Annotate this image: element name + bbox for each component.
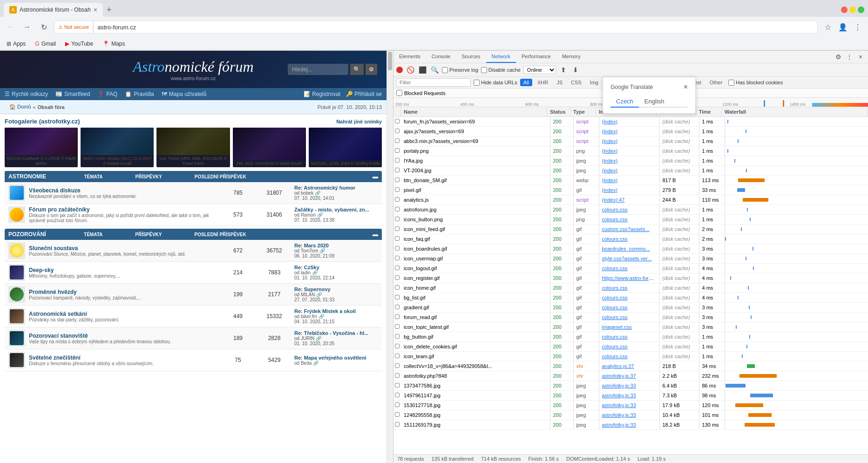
row-checkbox-6[interactable]	[395, 177, 400, 182]
table-row[interactable]: gradient.gif 200 gif colours.css (disk c…	[393, 303, 868, 313]
back-button[interactable]: ←	[4, 20, 17, 34]
row-checkbox-27[interactable]	[395, 383, 400, 388]
table-row[interactable]: IYAa.jpg 200 jpeg (index) (disk cache) 1…	[393, 156, 868, 166]
table-row[interactable]: astrofotky.php?848 200 xhr astrofotky.js…	[393, 371, 868, 381]
forward-button[interactable]: →	[20, 20, 34, 34]
search-icon[interactable]: 🔍	[430, 65, 439, 75]
tab-console[interactable]: Console	[426, 51, 456, 63]
table-row[interactable]: pixel.gif 200 gif (index) 279 B 33 ms	[393, 185, 868, 195]
window-close-button[interactable]	[841, 7, 848, 13]
row-checkbox-11[interactable]	[395, 226, 400, 231]
row-checkbox-22[interactable]	[395, 334, 400, 339]
row-checkbox-7[interactable]	[395, 187, 400, 192]
filter-toggle-button[interactable]: ⬛	[418, 65, 427, 75]
devtools-close-icon[interactable]: ×	[856, 52, 865, 61]
col-type-header[interactable]: Type	[570, 107, 596, 116]
url-bar[interactable]: astro-forum.cz	[93, 20, 818, 34]
filter-other[interactable]: Other	[706, 79, 726, 86]
row-checkbox-9[interactable]	[395, 207, 400, 211]
row-checkbox-26[interactable]	[395, 373, 400, 378]
forum-name-3[interactable]: Sluneční soustava	[29, 245, 218, 252]
window-minimize-button[interactable]	[849, 7, 856, 13]
record-button[interactable]	[396, 67, 403, 73]
row-checkbox-21[interactable]	[395, 324, 400, 329]
forum-name-2[interactable]: Fórum pro začátečníky	[29, 206, 218, 213]
tab-elements[interactable]: Elements	[393, 51, 426, 63]
table-row[interactable]: astroforum.jpg 200 jpeg colours.css (dis…	[393, 205, 868, 215]
filter-input[interactable]	[396, 78, 471, 87]
clear-button[interactable]: 🚫	[406, 65, 415, 75]
window-maximize-button[interactable]	[858, 7, 864, 13]
forum-last-title-2[interactable]: Začátky - místo, vybavení, zn...	[294, 207, 378, 212]
forum-last-title-5[interactable]: Re: Supernovy	[294, 286, 378, 292]
nav-smartfeed[interactable]: 📰 Smartfeed	[55, 91, 90, 97]
table-row[interactable]: 1497961147.jpg 200 jpeg astrofotky.js:33…	[393, 391, 868, 401]
reload-button[interactable]: ↻	[37, 20, 50, 34]
row-checkbox-18[interactable]	[395, 295, 400, 300]
search-settings-button[interactable]: ⚙	[366, 64, 377, 75]
preserve-log-input[interactable]	[442, 67, 448, 73]
row-checkbox-10[interactable]	[395, 217, 400, 221]
col-time-header[interactable]: Time	[696, 107, 722, 116]
export-icon[interactable]: ⬇	[571, 65, 580, 75]
row-checkbox-17[interactable]	[395, 285, 400, 290]
bookmark-button[interactable]: ☆	[821, 20, 834, 34]
nav-faq[interactable]: ❓ FAQ	[97, 91, 117, 97]
table-row[interactable]: icon_delete_cookies.gif 200 gif colours.…	[393, 342, 868, 352]
filter-img[interactable]: Img	[587, 79, 602, 86]
row-checkbox-19[interactable]	[395, 305, 400, 309]
nav-rules[interactable]: 📋 Pravidla	[125, 91, 154, 97]
row-checkbox-4[interactable]	[395, 158, 400, 163]
active-tab[interactable]: A Astronomické fórum - Obsah ×	[4, 3, 103, 17]
new-tab-button[interactable]: +	[103, 3, 115, 17]
filter-css[interactable]: CSS	[568, 79, 585, 86]
row-checkbox-14[interactable]	[395, 256, 400, 260]
row-checkbox-5[interactable]	[395, 168, 400, 172]
profile-button[interactable]: 👤	[836, 20, 849, 34]
table-row[interactable]: btn_donate_SM.gif 200 webp (index) 817 B…	[393, 176, 868, 185]
website-scrollbar[interactable]	[387, 51, 393, 463]
forum-name-7[interactable]: Pozorovací stanoviště	[29, 333, 218, 339]
forum-name-4[interactable]: Deep-sky	[29, 267, 218, 273]
tab-performance[interactable]: Performance	[516, 51, 556, 63]
table-row[interactable]: icons_button.png 200 png colours.css (di…	[393, 215, 868, 225]
row-checkbox-28[interactable]	[395, 393, 400, 397]
row-checkbox-12[interactable]	[395, 236, 400, 241]
col-waterfall-header[interactable]: Waterfall	[722, 107, 868, 116]
table-row[interactable]: Proměnné hvězdy Pozorovací kampaně, návo…	[5, 284, 382, 306]
devtools-more-icon[interactable]: ⋮	[845, 52, 854, 61]
table-row[interactable]: Sluneční soustava Pozorování Slunce, Měs…	[5, 240, 382, 262]
row-checkbox-25[interactable]	[395, 363, 400, 368]
gallery-upload-link[interactable]: Nahrát jiné snímky	[336, 119, 382, 124]
table-row[interactable]: bg_list.gif 200 gif colours.css (disk ca…	[393, 293, 868, 303]
table-row[interactable]: forum_read.gif 200 gif colours.css (disk…	[393, 313, 868, 322]
nav-register[interactable]: 📝 Registrovat	[304, 91, 340, 97]
preserve-log-checkbox[interactable]: Preserve log	[442, 67, 478, 73]
tab-sources[interactable]: Sources	[456, 51, 486, 63]
forum-name-6[interactable]: Astronomická setkání	[29, 311, 218, 317]
import-icon[interactable]: ⬆	[559, 65, 568, 75]
tab-network[interactable]: Network	[486, 51, 516, 63]
bookmark-maps[interactable]: 📍 Maps	[100, 40, 128, 48]
table-row[interactable]: Všeobecná diskuze Nezávazné povídání o v…	[5, 182, 382, 204]
forum-last-title-6[interactable]: Re: Frýdek Místek a okolí	[294, 308, 378, 314]
search-button[interactable]: 🔍	[350, 64, 364, 75]
table-row[interactable]: Fórum pro začátečníky Diskuze o tom jak …	[5, 204, 382, 226]
table-row[interactable]: icon_team.gif 200 gif colours.css (disk …	[393, 352, 868, 361]
nav-login[interactable]: 🔑 Přihlásit se	[346, 91, 382, 97]
table-row[interactable]: Astronomická setkání Pozvánky na star-pa…	[5, 306, 382, 327]
filter-xhr[interactable]: XHR	[534, 79, 551, 86]
row-checkbox-24[interactable]	[395, 354, 400, 358]
gallery-image-3[interactable]: Leo Triplet (M65, M66, NGC3628) © Pavel …	[156, 128, 230, 167]
blocked-cookies-checkbox[interactable]: Has blocked cookies	[728, 80, 783, 86]
table-row[interactable]: 1530127718.jpg 200 jpeg astrofotky.js:33…	[393, 401, 868, 410]
filter-js[interactable]: JS	[553, 79, 566, 86]
filter-all[interactable]: All	[520, 79, 532, 86]
row-checkbox-23[interactable]	[395, 344, 400, 348]
scrollbar-thumb[interactable]	[388, 52, 392, 70]
gallery-image-1[interactable]: NGC40 (Caldwell 2) v LRGB © Pavel Böhm	[5, 128, 78, 167]
col-name-header[interactable]: Name	[401, 107, 547, 116]
devtools-settings-icon[interactable]: ⚙	[834, 52, 843, 61]
col-status-header[interactable]: Status	[547, 107, 570, 116]
tab-close-button[interactable]: ×	[94, 6, 97, 14]
